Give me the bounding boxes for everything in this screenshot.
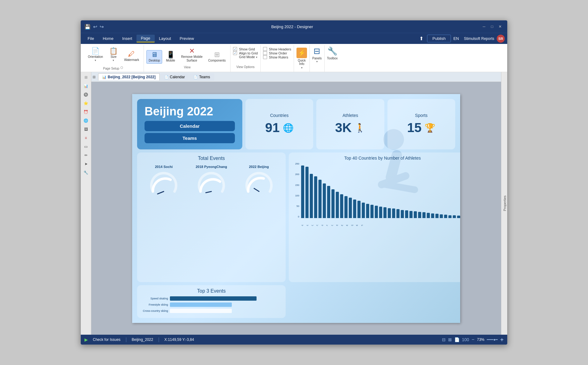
stat-countries-title: Countries (270, 113, 289, 118)
stat-countries-value-row: 91 🌐 (265, 120, 294, 135)
align-to-grid-checkbox[interactable] (233, 51, 237, 55)
properties-label[interactable]: Properties (502, 193, 507, 213)
redo-icon[interactable]: ↪ (100, 24, 104, 30)
mobile-button[interactable]: 📱 Mobile (163, 50, 178, 64)
zoom-plus-button[interactable]: + (500, 337, 504, 343)
globe-stat-icon: 🌐 (283, 123, 294, 133)
quick-info-expand[interactable]: ▾ (301, 66, 303, 69)
page-icon3[interactable]: 📄 (454, 337, 460, 342)
language-selector[interactable]: EN (453, 36, 459, 41)
x-label-2: Czech Republic (311, 225, 316, 226)
orientation-label: Orientation (88, 55, 103, 59)
menu-page[interactable]: Page (136, 35, 154, 42)
chart-bar-11 (349, 198, 352, 218)
close-button[interactable]: ✕ (497, 24, 504, 29)
toolbox-label: Toolbox (327, 57, 338, 60)
zoom-minus-button[interactable]: − (472, 337, 474, 342)
play-button[interactable]: ▶ (84, 337, 88, 342)
tool-grid[interactable]: ⊞ (82, 73, 90, 81)
gauge-sochi-svg (148, 170, 179, 195)
show-order-checkbox[interactable] (263, 51, 267, 55)
x-label-3: Finland (316, 225, 321, 226)
components-button[interactable]: ⊞ Components (206, 50, 228, 64)
panels-label: Panels (312, 57, 322, 60)
page-icon1[interactable]: ⊟ (442, 337, 446, 342)
minimize-button[interactable]: ─ (481, 24, 487, 29)
x-label-6: Ukraine (331, 225, 335, 226)
page-icon4[interactable]: 100 (462, 337, 469, 342)
publish-button[interactable]: Publish (427, 35, 451, 42)
title-bar: 💾 ↩ ↪ Beijing 2022 - Designer ─ □ ✕ (81, 20, 507, 33)
view-items: 🖥 Desktop 📱 Mobile ✕ Remove Mobile Surfa… (146, 45, 228, 65)
tool-clock[interactable]: ⏰ (82, 108, 90, 116)
watermark-button[interactable]: 🖊 Watermark (122, 49, 141, 63)
show-grid-checkbox[interactable] (233, 47, 237, 51)
zoom-slider[interactable]: ━━━●━ (487, 337, 498, 342)
right-sidebar: Properties (501, 72, 507, 335)
menu-layout[interactable]: Layout (155, 35, 175, 42)
chart-bar-34 (448, 215, 452, 218)
share-icon[interactable]: ⬆ (419, 36, 423, 41)
watermark-label: Watermark (124, 58, 139, 62)
brand-label: Stimulsoft Reports (464, 36, 494, 41)
chart-bar-20 (388, 208, 391, 218)
tool-settings[interactable]: 🔧 (82, 169, 90, 177)
check-issues-label[interactable]: Check for Issues (93, 337, 120, 342)
remove-mobile-button[interactable]: ✕ Remove Mobile Surface (179, 46, 205, 64)
toolbox-group[interactable]: 🔧 Toolbox (325, 45, 340, 72)
chart-bar-21 (392, 208, 395, 218)
maximize-button[interactable]: □ (489, 24, 495, 29)
tool-pencil[interactable]: ✏ (82, 151, 90, 159)
chart-bar-14 (362, 203, 365, 218)
tool-image[interactable]: 🖼 (82, 125, 90, 133)
ribbon-group-view: 🖥 Desktop 📱 Mobile ✕ Remove Mobile Surfa… (144, 45, 231, 72)
undo-icon[interactable]: ↩ (93, 24, 97, 30)
show-rulers-checkbox[interactable] (263, 55, 267, 59)
menu-preview[interactable]: Preview (175, 35, 198, 42)
tool-rect[interactable]: ▭ (82, 143, 90, 151)
gauge-beijing: 2022 Beijing (244, 165, 275, 195)
menu-home[interactable]: Home (98, 35, 118, 42)
save-icon[interactable]: 💾 (84, 24, 91, 30)
size-button[interactable]: 📋 Size ▾ (106, 46, 121, 63)
page-icon2[interactable]: ⊠ (448, 337, 452, 342)
size-icon: 📋 (109, 48, 118, 54)
grid-mode-label[interactable]: Grid Mode ▾ (239, 55, 257, 59)
show-headers-label[interactable]: Show Headers (269, 47, 291, 51)
tab-teams[interactable]: 📄 Teams (189, 73, 214, 80)
tool-text[interactable]: ≡ (82, 134, 90, 142)
quick-info-group[interactable]: ⚡ QuickInfo ▾ (294, 45, 310, 72)
tool-chart[interactable]: 📊 (82, 82, 90, 90)
page-setup-expand[interactable]: ⬡ (120, 66, 124, 69)
x-label-11: Brasil (356, 225, 360, 226)
orientation-button[interactable]: 📄 Orientation ▾ (86, 46, 105, 63)
panels-expand[interactable]: ▾ (316, 60, 318, 63)
chart-bar-7 (331, 189, 335, 218)
stat-athletes-value: 3K (335, 120, 352, 135)
y-label-0: 0 (298, 215, 299, 218)
show-grid-label[interactable]: Show Grid (239, 47, 255, 51)
top3-title: Top 3 Events (140, 288, 283, 294)
tool-star[interactable]: ⭐ (82, 99, 90, 107)
panels-group[interactable]: ⊟ Panels ▾ (310, 45, 325, 72)
person-stat-icon: 🚶 (355, 123, 365, 133)
user-avatar[interactable]: SR (497, 35, 505, 43)
show-order-label[interactable]: Show Order (269, 51, 287, 55)
tool-gauge[interactable]: 🔘 (82, 91, 90, 99)
align-to-grid-label[interactable]: Align to Grid (239, 51, 258, 55)
teams-nav-button[interactable]: Teams (145, 133, 235, 143)
show-rulers-label[interactable]: Show Rulers (269, 55, 288, 59)
tool-arrow[interactable]: ➤ (82, 160, 90, 168)
x-label-4: South Korea (321, 225, 326, 226)
desktop-button[interactable]: 🖥 Desktop (146, 50, 162, 64)
bottom-section: Top 3 Events Speed skating Freestyle ski… (137, 285, 455, 318)
calendar-nav-button[interactable]: Calendar (145, 121, 235, 131)
stat-athletes-value-row: 3K 🚶 (335, 120, 366, 135)
tab-home-icon[interactable]: ⊞ (93, 75, 96, 79)
menu-file[interactable]: File (83, 35, 98, 42)
tab-beijing2022[interactable]: 📊 Beijing_2022 [Beijing 2022] (98, 73, 160, 80)
tab-calendar[interactable]: 📄 Calendar (160, 73, 189, 80)
tool-globe[interactable]: 🌐 (82, 117, 90, 125)
show-headers-checkbox[interactable] (263, 47, 267, 51)
menu-insert[interactable]: Insert (118, 35, 137, 42)
